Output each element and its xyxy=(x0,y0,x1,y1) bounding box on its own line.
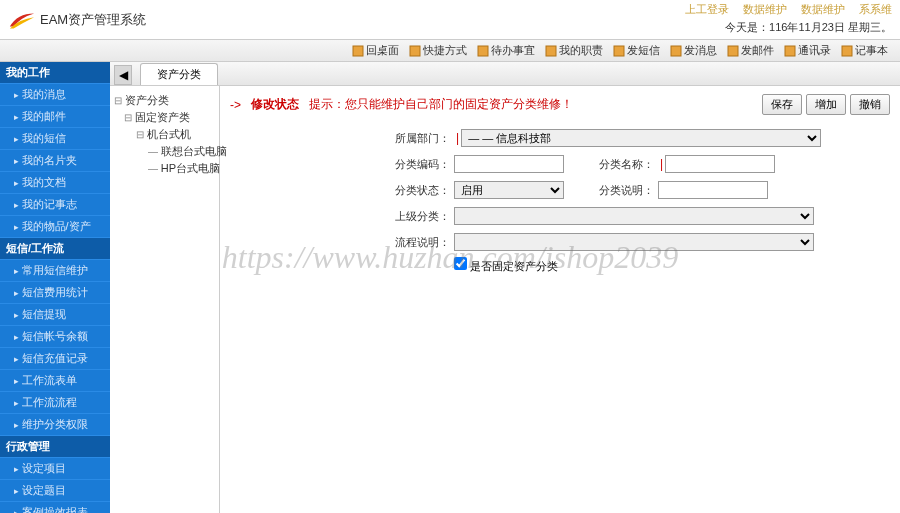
tree-node-0[interactable]: 固定资产类 xyxy=(114,109,215,126)
tab-asset-category[interactable]: 资产分类 xyxy=(140,63,218,85)
sidebar-item-2-1[interactable]: 设定题目 xyxy=(0,480,110,502)
toolbar-label: 通讯录 xyxy=(798,43,831,58)
header-links: 上工登录 数据维护 数据维护 系系维 xyxy=(685,2,892,17)
toolbar: 回桌面快捷方式待办事宜我的职责发短信发消息发邮件通讯录记事本 xyxy=(0,40,900,62)
label-name: 分类名称： xyxy=(594,157,654,172)
header-link-2[interactable]: 数据维护 xyxy=(801,2,845,17)
notepad-icon xyxy=(841,45,853,57)
toolbar-label: 待办事宜 xyxy=(491,43,535,58)
header-link-1[interactable]: 数据维护 xyxy=(743,2,787,17)
contacts-icon xyxy=(784,45,796,57)
mail-icon xyxy=(727,45,739,57)
sidebar-item-0-4[interactable]: 我的文档 xyxy=(0,172,110,194)
toolbar-item-4[interactable]: 发短信 xyxy=(609,43,664,58)
date-info: 今天是：116年11月23日 星期三。 xyxy=(725,20,892,35)
sidebar-item-0-3[interactable]: 我的名片夹 xyxy=(0,150,110,172)
checkbox-label: 是否固定资产分类 xyxy=(470,260,558,272)
todo-icon xyxy=(477,45,489,57)
sidebar-item-1-0[interactable]: 常用短信维护 xyxy=(0,260,110,282)
sidebar-item-2-2[interactable]: 案例操效报表 xyxy=(0,502,110,513)
tabs-row: ◀ 资产分类 xyxy=(110,62,900,86)
name-input[interactable] xyxy=(665,155,775,173)
toolbar-label: 发短信 xyxy=(627,43,660,58)
tree-node-1[interactable]: 机台式机 xyxy=(114,126,215,143)
save-button[interactable]: 保存 xyxy=(762,94,802,115)
tree-panel: 资产分类固定资产类机台式机联想台式电脑HP台式电脑 xyxy=(110,86,220,513)
header-link-0[interactable]: 上工登录 xyxy=(685,2,729,17)
toolbar-item-7[interactable]: 通讯录 xyxy=(780,43,835,58)
content: ◀ 资产分类 资产分类固定资产类机台式机联想台式电脑HP台式电脑 -> 修改状态… xyxy=(110,62,900,513)
required-marker: | xyxy=(660,157,663,171)
code-input[interactable] xyxy=(454,155,564,173)
sidebar-item-1-5[interactable]: 工作流表单 xyxy=(0,370,110,392)
toolbar-item-8[interactable]: 记事本 xyxy=(837,43,892,58)
sidebar-group-1[interactable]: 短信/工作流 xyxy=(0,238,110,260)
label-flow: 流程说明： xyxy=(390,235,450,250)
label-dept: 所属部门： xyxy=(390,131,450,146)
svg-rect-3 xyxy=(546,46,556,56)
flow-select[interactable] xyxy=(454,233,814,251)
sidebar-item-1-6[interactable]: 工作流流程 xyxy=(0,392,110,414)
desc-input[interactable] xyxy=(658,181,768,199)
toolbar-item-2[interactable]: 待办事宜 xyxy=(473,43,539,58)
form-title-wrap: -> 修改状态 提示：您只能维护自己部门的固定资产分类维修！ xyxy=(230,96,573,113)
svg-rect-8 xyxy=(842,46,852,56)
sidebar-item-1-1[interactable]: 短信费用统计 xyxy=(0,282,110,304)
sidebar-item-2-0[interactable]: 设定项目 xyxy=(0,458,110,480)
form-header: -> 修改状态 提示：您只能维护自己部门的固定资产分类维修！ 保存 增加 撤销 xyxy=(230,94,890,115)
cancel-button[interactable]: 撤销 xyxy=(850,94,890,115)
toolbar-label: 发邮件 xyxy=(741,43,774,58)
sms-icon xyxy=(613,45,625,57)
label-code: 分类编码： xyxy=(390,157,450,172)
toolbar-label: 记事本 xyxy=(855,43,888,58)
logo-icon xyxy=(8,9,36,31)
sidebar-item-1-4[interactable]: 短信充值记录 xyxy=(0,348,110,370)
sidebar-group-0[interactable]: 我的工作 xyxy=(0,62,110,84)
label-desc: 分类说明： xyxy=(594,183,654,198)
svg-rect-6 xyxy=(728,46,738,56)
header: EAM资产管理系统 上工登录 数据维护 数据维护 系系维 今天是：116年11月… xyxy=(0,0,900,40)
checkbox-row: 是否固定资产分类 xyxy=(454,257,890,274)
toolbar-label: 发消息 xyxy=(684,43,717,58)
form-title: 修改状态 xyxy=(251,96,299,113)
toolbar-label: 快捷方式 xyxy=(423,43,467,58)
toolbar-item-0[interactable]: 回桌面 xyxy=(348,43,403,58)
toolbar-item-5[interactable]: 发消息 xyxy=(666,43,721,58)
svg-rect-0 xyxy=(353,46,363,56)
header-link-3[interactable]: 系系维 xyxy=(859,2,892,17)
content-body: 资产分类固定资产类机台式机联想台式电脑HP台式电脑 -> 修改状态 提示：您只能… xyxy=(110,86,900,513)
toolbar-item-6[interactable]: 发邮件 xyxy=(723,43,778,58)
sidebar-item-0-6[interactable]: 我的物品/资产 xyxy=(0,216,110,238)
duty-icon xyxy=(545,45,557,57)
home-icon xyxy=(352,45,364,57)
parent-select[interactable] xyxy=(454,207,814,225)
tree-node-3[interactable]: HP台式电脑 xyxy=(114,160,215,177)
shortcut-icon xyxy=(409,45,421,57)
sidebar-group-2[interactable]: 行政管理 xyxy=(0,436,110,458)
addnew-button[interactable]: 增加 xyxy=(806,94,846,115)
toolbar-item-1[interactable]: 快捷方式 xyxy=(405,43,471,58)
required-marker: | xyxy=(456,131,459,145)
sidebar-item-1-3[interactable]: 短信帐号余额 xyxy=(0,326,110,348)
tree-node-2[interactable]: 联想台式电脑 xyxy=(114,143,215,160)
tabs-scroll-left[interactable]: ◀ xyxy=(114,65,132,85)
sidebar-item-0-2[interactable]: 我的短信 xyxy=(0,128,110,150)
sidebar-item-1-7[interactable]: 维护分类权限 xyxy=(0,414,110,436)
svg-rect-4 xyxy=(614,46,624,56)
toolbar-item-3[interactable]: 我的职责 xyxy=(541,43,607,58)
form-buttons: 保存 增加 撤销 xyxy=(762,94,890,115)
sidebar-item-0-5[interactable]: 我的记事志 xyxy=(0,194,110,216)
tree-root[interactable]: 资产分类 xyxy=(114,92,215,109)
sidebar: 我的工作我的消息我的邮件我的短信我的名片夹我的文档我的记事志我的物品/资产短信/… xyxy=(0,62,110,513)
fixed-asset-checkbox[interactable] xyxy=(454,257,467,270)
state-select[interactable]: 启用 xyxy=(454,181,564,199)
sidebar-item-0-1[interactable]: 我的邮件 xyxy=(0,106,110,128)
dept-select[interactable]: — — 信息科技部 xyxy=(461,129,821,147)
svg-rect-7 xyxy=(785,46,795,56)
sidebar-item-1-2[interactable]: 短信提现 xyxy=(0,304,110,326)
svg-rect-1 xyxy=(410,46,420,56)
label-state: 分类状态： xyxy=(390,183,450,198)
label-parent: 上级分类： xyxy=(390,209,450,224)
toolbar-label: 回桌面 xyxy=(366,43,399,58)
sidebar-item-0-0[interactable]: 我的消息 xyxy=(0,84,110,106)
